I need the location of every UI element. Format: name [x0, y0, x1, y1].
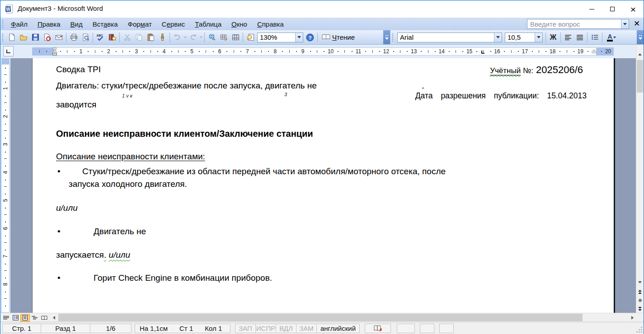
normal-view-button[interactable]: [1, 314, 11, 322]
status-toggle-вдл[interactable]: ВДЛ: [276, 324, 296, 333]
scroll-up-button[interactable]: [636, 51, 644, 58]
status-column: Кол 1: [205, 325, 222, 332]
status-toggles: ЗАПИСПРВДЛЗАМ: [235, 324, 316, 333]
redo-button[interactable]: [188, 32, 198, 43]
minimize-icon: [589, 9, 594, 9]
copy-button[interactable]: [133, 32, 144, 43]
menu-item-вид[interactable]: Вид: [66, 19, 88, 30]
undo-button[interactable]: [172, 32, 183, 43]
scroll-right-button[interactable]: [629, 314, 636, 321]
vertical-scrollbar[interactable]: [636, 45, 644, 313]
font-size-dropdown[interactable]: [535, 33, 542, 42]
svg-text:W: W: [6, 7, 10, 12]
print-preview-button[interactable]: [80, 32, 91, 43]
formatting-toolbar-grip[interactable]: [392, 33, 394, 42]
standard-toolbar-options-button[interactable]: [383, 30, 390, 44]
insert-hyperlink-button[interactable]: [207, 32, 217, 43]
help-button[interactable]: ?: [305, 32, 315, 43]
status-toggle-зап[interactable]: ЗАП: [235, 324, 256, 333]
print-button[interactable]: [68, 32, 79, 43]
minimize-button[interactable]: [581, 0, 602, 18]
format-painter-button[interactable]: [157, 32, 168, 43]
insert-table-button[interactable]: [230, 32, 241, 43]
maximize-button[interactable]: [602, 0, 623, 18]
new-document-button[interactable]: [6, 32, 17, 43]
email-button[interactable]: [53, 32, 64, 43]
web-layout-view-button[interactable]: [11, 314, 20, 322]
reading-mode-button[interactable]: Чтение: [319, 32, 357, 43]
outline-view-button[interactable]: [30, 314, 39, 322]
vertical-ruler[interactable]: 12345678: [0, 58, 10, 313]
formatting-toolbar-options-button[interactable]: [637, 30, 644, 44]
next-page-button[interactable]: [636, 305, 644, 313]
standard-toolbar: ABC: [0, 30, 390, 44]
standard-toolbar-grip[interactable]: [2, 33, 4, 42]
spelling-button[interactable]: ABC: [95, 32, 106, 43]
ruler-number: 13: [411, 48, 417, 55]
print-layout-view-button[interactable]: [20, 314, 30, 322]
save-button[interactable]: [30, 32, 41, 43]
title-bar[interactable]: W Документ3 - Microsoft Word ×: [0, 0, 644, 18]
align-justify-icon: [576, 33, 584, 41]
menu-item-вставка[interactable]: Вставка: [88, 19, 123, 30]
ruler-tick: [4, 74, 7, 75]
menubar-grip[interactable]: [2, 20, 4, 28]
font-color-button[interactable]: A: [604, 32, 620, 43]
justify-button[interactable]: [574, 32, 585, 43]
horizontal-scrollbar[interactable]: [58, 314, 628, 321]
redo-dropdown[interactable]: [199, 32, 203, 43]
font-name-dropdown[interactable]: [494, 33, 502, 42]
resize-grip[interactable]: [636, 327, 642, 333]
print-icon: [70, 33, 78, 41]
status-toggle-испр[interactable]: ИСПР: [255, 324, 276, 333]
font-size-combo[interactable]: 10,5: [505, 32, 543, 42]
bullets-button[interactable]: [589, 32, 600, 43]
tab-selector-button[interactable]: [3, 46, 14, 56]
zoom-dropdown[interactable]: [295, 33, 303, 42]
paste-button[interactable]: [145, 32, 156, 43]
ask-question-box[interactable]: Введите вопрос: [527, 19, 629, 29]
status-toggle-зам[interactable]: ЗАМ: [296, 324, 317, 333]
scroll-down-button[interactable]: [636, 278, 644, 286]
reading-view-button[interactable]: [39, 314, 49, 322]
ruler-tick: [296, 51, 297, 52]
status-language[interactable]: английский: [316, 324, 360, 333]
hanging-indent-marker[interactable]: [52, 50, 57, 53]
select-browse-object-button[interactable]: [636, 297, 644, 304]
previous-page-button[interactable]: [636, 288, 644, 296]
menu-item-справка[interactable]: Справка: [252, 19, 289, 30]
menu-item-правка[interactable]: Правка: [33, 19, 66, 30]
cut-button[interactable]: [122, 32, 132, 43]
permission-button[interactable]: [42, 32, 52, 43]
right-indent-marker[interactable]: [592, 50, 596, 53]
menubar-close-button[interactable]: ✕: [632, 19, 642, 28]
menu-item-окно[interactable]: Окно: [226, 19, 252, 30]
horizontal-scrollbar-thumb[interactable]: [58, 314, 583, 321]
ask-question-dropdown[interactable]: [621, 19, 629, 28]
bold-button[interactable]: Ж: [548, 32, 559, 43]
doc-account-word: Учётный: [490, 66, 521, 75]
zoom-combo[interactable]: 130%: [257, 32, 303, 42]
font-name-combo[interactable]: Arial: [397, 32, 502, 42]
menu-item-таблица[interactable]: Таблица: [190, 19, 226, 30]
horizontal-ruler[interactable]: 1234567891011121314151617181920: [0, 45, 636, 58]
undo-dropdown[interactable]: [183, 32, 187, 43]
research-button[interactable]: [107, 32, 118, 43]
menu-item-формат[interactable]: Формат: [122, 19, 156, 30]
tables-and-borders-button[interactable]: [218, 32, 229, 43]
menu-item-сервис[interactable]: Сервис: [157, 19, 190, 30]
font-color-dropdown[interactable]: [613, 32, 617, 43]
vertical-scrollbar-thumb[interactable]: [637, 60, 643, 93]
scroll-left-button[interactable]: [50, 314, 58, 321]
ruler-number: 20: [605, 48, 611, 55]
close-button[interactable]: ×: [623, 0, 644, 18]
menu-item-файл[interactable]: Файл: [6, 19, 33, 30]
document-page[interactable]: Сводка TPI Учётный №: 2025206/6 Двигател…: [32, 58, 615, 313]
zoom-page-button[interactable]: [245, 32, 256, 43]
left-indent-marker[interactable]: [52, 53, 57, 56]
tab-stop-marker[interactable]: [481, 51, 484, 54]
open-button[interactable]: [18, 32, 29, 43]
align-left-button[interactable]: [563, 32, 573, 43]
status-spellcheck-cell[interactable]: ✗: [365, 324, 391, 333]
ruler-tick: [352, 51, 353, 52]
